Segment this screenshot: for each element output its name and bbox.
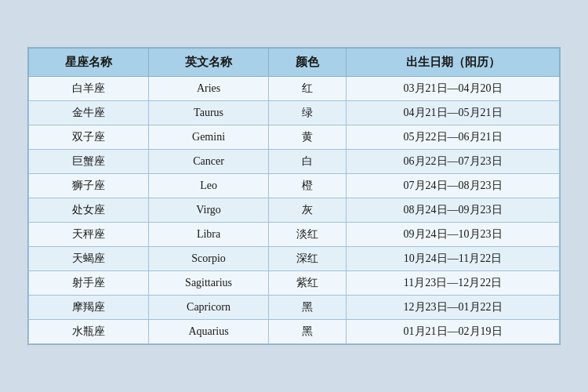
cell-english-name: Libra [149, 223, 269, 247]
cell-color: 灰 [269, 198, 347, 223]
header-chinese-name: 星座名称 [29, 49, 149, 77]
cell-english-name: Aquarius [149, 320, 269, 344]
cell-dates: 11月23日—12月22日 [347, 271, 560, 296]
cell-chinese-name: 水瓶座 [29, 320, 149, 344]
cell-chinese-name: 天秤座 [29, 223, 149, 247]
cell-dates: 07月24日—08月23日 [347, 174, 560, 198]
cell-color: 紫红 [269, 271, 347, 296]
cell-english-name: Scorpio [149, 247, 269, 271]
cell-chinese-name: 处女座 [29, 198, 149, 223]
cell-color: 绿 [269, 101, 347, 125]
cell-color: 橙 [269, 174, 347, 198]
header-color: 颜色 [269, 49, 347, 77]
cell-dates: 10月24日—11月22日 [347, 247, 560, 271]
cell-english-name: Taurus [149, 101, 269, 125]
cell-english-name: Aries [149, 77, 269, 101]
cell-chinese-name: 巨蟹座 [29, 150, 149, 174]
cell-chinese-name: 双子座 [29, 125, 149, 150]
cell-dates: 09月24日—10月23日 [347, 223, 560, 247]
cell-english-name: Virgo [149, 198, 269, 223]
header-english-name: 英文名称 [149, 49, 269, 77]
cell-dates: 08月24日—09月23日 [347, 198, 560, 223]
table-body: 白羊座Aries红03月21日—04月20日金牛座Taurus绿04月21日—0… [29, 77, 560, 344]
cell-color: 黑 [269, 320, 347, 344]
cell-chinese-name: 摩羯座 [29, 296, 149, 320]
cell-color: 红 [269, 77, 347, 101]
table-row: 巨蟹座Cancer白06月22日—07月23日 [29, 150, 560, 174]
cell-chinese-name: 金牛座 [29, 101, 149, 125]
cell-chinese-name: 天蝎座 [29, 247, 149, 271]
table-row: 白羊座Aries红03月21日—04月20日 [29, 77, 560, 101]
cell-dates: 03月21日—04月20日 [347, 77, 560, 101]
cell-english-name: Capricorn [149, 296, 269, 320]
table-header-row: 星座名称 英文名称 颜色 出生日期（阳历） [29, 49, 560, 77]
cell-color: 淡红 [269, 223, 347, 247]
table-row: 狮子座Leo橙07月24日—08月23日 [29, 174, 560, 198]
cell-dates: 04月21日—05月21日 [347, 101, 560, 125]
cell-chinese-name: 狮子座 [29, 174, 149, 198]
table-row: 处女座Virgo灰08月24日—09月23日 [29, 198, 560, 223]
zodiac-table-container: 星座名称 英文名称 颜色 出生日期（阳历） 白羊座Aries红03月21日—04… [27, 47, 561, 345]
table-row: 天蝎座Scorpio深红10月24日—11月22日 [29, 247, 560, 271]
table-row: 水瓶座Aquarius黑01月21日—02月19日 [29, 320, 560, 344]
cell-english-name: Cancer [149, 150, 269, 174]
cell-dates: 01月21日—02月19日 [347, 320, 560, 344]
table-row: 金牛座Taurus绿04月21日—05月21日 [29, 101, 560, 125]
cell-dates: 06月22日—07月23日 [347, 150, 560, 174]
table-row: 摩羯座Capricorn黑12月23日—01月22日 [29, 296, 560, 320]
cell-chinese-name: 白羊座 [29, 77, 149, 101]
cell-english-name: Gemini [149, 125, 269, 150]
table-row: 天秤座Libra淡红09月24日—10月23日 [29, 223, 560, 247]
header-dates: 出生日期（阳历） [347, 49, 560, 77]
cell-color: 白 [269, 150, 347, 174]
table-row: 双子座Gemini黄05月22日—06月21日 [29, 125, 560, 150]
table-row: 射手座Sagittarius紫红11月23日—12月22日 [29, 271, 560, 296]
cell-english-name: Leo [149, 174, 269, 198]
cell-chinese-name: 射手座 [29, 271, 149, 296]
cell-dates: 12月23日—01月22日 [347, 296, 560, 320]
cell-english-name: Sagittarius [149, 271, 269, 296]
cell-color: 黑 [269, 296, 347, 320]
cell-color: 黄 [269, 125, 347, 150]
cell-dates: 05月22日—06月21日 [347, 125, 560, 150]
cell-color: 深红 [269, 247, 347, 271]
zodiac-table: 星座名称 英文名称 颜色 出生日期（阳历） 白羊座Aries红03月21日—04… [28, 48, 560, 344]
